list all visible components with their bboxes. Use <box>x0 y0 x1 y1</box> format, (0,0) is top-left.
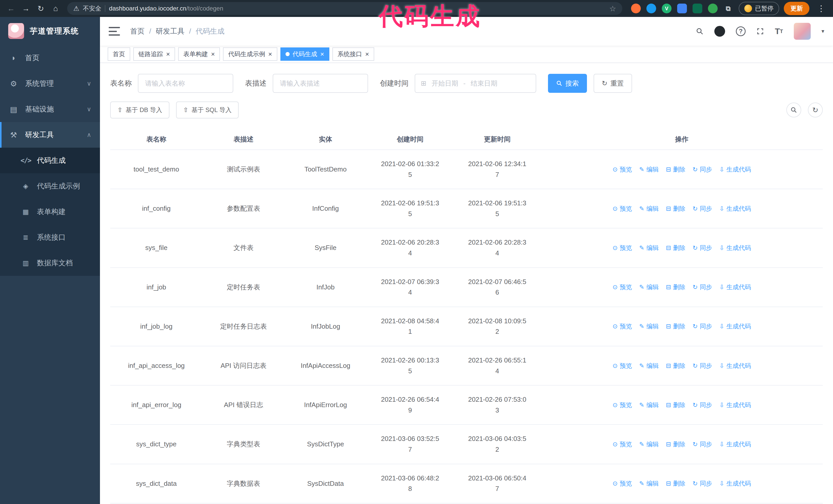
delete-link[interactable]: ⊟删除 <box>666 401 685 409</box>
sidebar-toggle-icon[interactable] <box>109 27 120 35</box>
table-name-input[interactable] <box>138 74 233 93</box>
tab-home[interactable]: 首页 <box>108 47 130 61</box>
sidebar-item-home[interactable]: ◗ 首页 <box>0 45 100 71</box>
delete-link[interactable]: ⊟删除 <box>666 165 685 173</box>
preview-link[interactable]: ⊙预览 <box>613 362 632 370</box>
submenu-item-codegen[interactable]: </> 代码生成 <box>0 148 100 173</box>
paused-badge[interactable]: 已暂停 <box>739 2 779 15</box>
edit-link[interactable]: ✎编辑 <box>639 205 659 213</box>
preview-link[interactable]: ⊙预览 <box>613 165 632 173</box>
submenu-item-api[interactable]: ≣ 系统接口 <box>0 224 100 250</box>
github-icon[interactable] <box>714 26 725 37</box>
extensions-puzzle-icon[interactable]: ⧉ <box>723 4 733 13</box>
preview-link[interactable]: ⊙预览 <box>613 283 632 291</box>
tab-close-icon[interactable]: × <box>320 51 324 57</box>
delete-link[interactable]: ⊟删除 <box>666 244 685 252</box>
search-icon[interactable] <box>696 27 704 35</box>
address-bar[interactable]: ⚠ 不安全 dashboard.yudao.iocoder.cn/tool/co… <box>67 2 622 15</box>
sync-link[interactable]: ↻同步 <box>693 205 712 213</box>
browser-forward-icon[interactable]: → <box>20 2 32 15</box>
fullscreen-icon[interactable] <box>756 27 764 35</box>
sync-link[interactable]: ↻同步 <box>693 440 712 448</box>
extension-icon[interactable] <box>631 4 641 13</box>
app-logo[interactable]: 芋道管理系统 <box>0 17 100 45</box>
tab-close-icon[interactable]: × <box>166 51 170 57</box>
tab-close-icon[interactable]: × <box>268 51 272 57</box>
preview-link[interactable]: ⊙预览 <box>613 479 632 487</box>
edit-link[interactable]: ✎编辑 <box>639 322 659 331</box>
browser-back-icon[interactable]: ← <box>5 2 18 15</box>
refresh-table-button[interactable]: ↻ <box>808 102 823 117</box>
extension-icon[interactable] <box>708 4 718 13</box>
font-size-icon[interactable]: TT <box>775 27 783 36</box>
edit-link[interactable]: ✎编辑 <box>639 165 659 173</box>
sync-link[interactable]: ↻同步 <box>693 165 712 173</box>
search-button[interactable]: 搜索 <box>548 74 587 93</box>
generate-code-link[interactable]: ⇩生成代码 <box>719 479 751 487</box>
delete-link[interactable]: ⊟删除 <box>666 205 685 213</box>
tab-api[interactable]: 系统接口 × <box>332 47 374 61</box>
edit-link[interactable]: ✎编辑 <box>639 283 659 291</box>
avatar-caret-icon[interactable]: ▾ <box>822 28 824 34</box>
preview-link[interactable]: ⊙预览 <box>613 401 632 409</box>
edit-link[interactable]: ✎编辑 <box>639 362 659 370</box>
user-avatar[interactable] <box>794 23 811 40</box>
generate-code-link[interactable]: ⇩生成代码 <box>719 244 751 252</box>
tab-tracing[interactable]: 链路追踪 × <box>133 47 175 61</box>
generate-code-link[interactable]: ⇩生成代码 <box>719 440 751 448</box>
tab-codegen[interactable]: 代码生成 × <box>280 47 329 61</box>
toggle-search-button[interactable] <box>786 102 801 117</box>
delete-link[interactable]: ⊟删除 <box>666 479 685 487</box>
tab-form-builder[interactable]: 表单构建 × <box>178 47 220 61</box>
tab-close-icon[interactable]: × <box>211 51 215 57</box>
browser-home-icon[interactable]: ⌂ <box>49 2 62 15</box>
generate-code-link[interactable]: ⇩生成代码 <box>719 322 751 331</box>
bookmark-star-icon[interactable]: ☆ <box>609 4 616 13</box>
sync-link[interactable]: ↻同步 <box>693 244 712 252</box>
submenu-item-database-doc[interactable]: ▥ 数据库文档 <box>0 250 100 276</box>
extension-icon[interactable] <box>693 4 702 13</box>
generate-code-link[interactable]: ⇩生成代码 <box>719 362 751 370</box>
table-desc-input[interactable] <box>273 74 368 93</box>
sync-link[interactable]: ↻同步 <box>693 401 712 409</box>
help-icon[interactable]: ? <box>736 26 745 36</box>
import-db-button[interactable]: ⇧ 基于 DB 导入 <box>110 101 169 118</box>
edit-link[interactable]: ✎编辑 <box>639 479 659 487</box>
extension-icon[interactable] <box>646 4 656 13</box>
tab-codegen-example[interactable]: 代码生成示例 × <box>223 47 277 61</box>
preview-link[interactable]: ⊙预览 <box>613 205 632 213</box>
browser-menu-icon[interactable]: ⋮ <box>814 4 828 13</box>
preview-link[interactable]: ⊙预览 <box>613 322 632 331</box>
delete-link[interactable]: ⊟删除 <box>666 322 685 331</box>
sidebar-item-system-management[interactable]: ⚙ 系统管理 ∨ <box>0 71 100 96</box>
sync-link[interactable]: ↻同步 <box>693 479 712 487</box>
edit-link[interactable]: ✎编辑 <box>639 401 659 409</box>
import-sql-button[interactable]: ⇧ 基于 SQL 导入 <box>176 101 239 118</box>
submenu-item-codegen-example[interactable]: ◈ 代码生成示例 <box>0 173 100 199</box>
delete-link[interactable]: ⊟删除 <box>666 440 685 448</box>
reset-button[interactable]: ↻ 重置 <box>594 74 632 93</box>
generate-code-link[interactable]: ⇩生成代码 <box>719 205 751 213</box>
browser-refresh-icon[interactable]: ↻ <box>34 2 47 15</box>
browser-update-button[interactable]: 更新 <box>784 2 809 15</box>
preview-link[interactable]: ⊙预览 <box>613 440 632 448</box>
sync-link[interactable]: ↻同步 <box>693 283 712 291</box>
sync-link[interactable]: ↻同步 <box>693 362 712 370</box>
date-range-picker[interactable]: ⊞ 开始日期 - 结束日期 <box>415 74 536 93</box>
delete-link[interactable]: ⊟删除 <box>666 283 685 291</box>
breadcrumb-item[interactable]: 首页 <box>130 26 145 36</box>
edit-link[interactable]: ✎编辑 <box>639 440 659 448</box>
tab-close-icon[interactable]: × <box>365 51 369 57</box>
sync-link[interactable]: ↻同步 <box>693 322 712 331</box>
generate-code-link[interactable]: ⇩生成代码 <box>719 165 751 173</box>
generate-code-link[interactable]: ⇩生成代码 <box>719 401 751 409</box>
extension-icon[interactable] <box>677 4 687 13</box>
sidebar-item-devtools[interactable]: ⚒ 研发工具 ∧ <box>0 122 100 148</box>
breadcrumb-item[interactable]: 研发工具 <box>156 26 185 36</box>
sidebar-item-infrastructure[interactable]: ▤ 基础设施 ∨ <box>0 96 100 122</box>
delete-link[interactable]: ⊟删除 <box>666 362 685 370</box>
submenu-item-form-builder[interactable]: ▦ 表单构建 <box>0 199 100 224</box>
edit-link[interactable]: ✎编辑 <box>639 244 659 252</box>
extension-icon[interactable]: V <box>662 4 671 13</box>
generate-code-link[interactable]: ⇩生成代码 <box>719 283 751 291</box>
